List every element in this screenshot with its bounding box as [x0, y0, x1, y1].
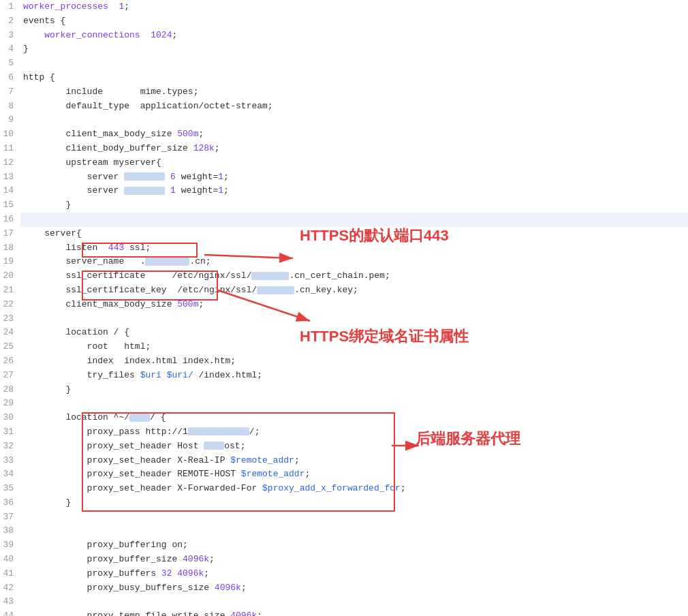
line-code-9	[20, 113, 688, 127]
code-container: 1worker_processes 1;2events {3 worker_co…	[0, 0, 688, 616]
line-code-41: proxy_buffers 32 4096k;	[20, 567, 688, 581]
line-code-19: server_name . .cn;	[20, 255, 688, 269]
line-num-29: 29	[0, 397, 20, 411]
line-num-6: 6	[0, 71, 20, 85]
line-code-42: proxy_busy_buffers_size 4096k;	[20, 581, 688, 596]
line-num-27: 27	[0, 369, 20, 383]
line-num-8: 8	[0, 99, 20, 114]
line-code-30: location ^~/ / {	[20, 411, 688, 425]
line-code-7: include mime.types;	[20, 85, 688, 99]
line-code-40: proxy_buffer_size 4096k;	[20, 553, 688, 567]
line-num-36: 36	[0, 496, 20, 510]
line-num-37: 37	[0, 510, 20, 525]
line-code-26: index index.html index.htm;	[20, 354, 688, 369]
line-num-11: 11	[0, 142, 20, 156]
line-code-28: }	[20, 383, 688, 397]
line-code-43	[20, 595, 688, 609]
line-code-23	[20, 312, 688, 326]
line-num-43: 43	[0, 595, 20, 609]
line-num-32: 32	[0, 440, 20, 454]
line-code-32: proxy_set_header Host ost;	[20, 440, 688, 454]
line-num-24: 24	[0, 326, 20, 340]
line-num-5: 5	[0, 57, 20, 71]
line-num-9: 9	[0, 113, 20, 127]
line-code-10: client_max_body_size 500m;	[20, 127, 688, 142]
line-num-16: 16	[0, 213, 20, 227]
line-num-35: 35	[0, 482, 20, 496]
line-num-38: 38	[0, 524, 20, 538]
line-num-44: 44	[0, 609, 20, 616]
line-num-23: 23	[0, 312, 20, 326]
line-code-44: proxy_temp_file_write_size 4096k;	[20, 609, 688, 616]
line-num-25: 25	[0, 340, 20, 354]
code-table: 1worker_processes 1;2events {3 worker_co…	[0, 0, 688, 616]
line-code-33: proxy_set_header X-Real-IP $remote_addr;	[20, 454, 688, 468]
line-num-1: 1	[0, 0, 20, 14]
line-num-34: 34	[0, 467, 20, 482]
line-num-31: 31	[0, 425, 20, 440]
line-num-28: 28	[0, 383, 20, 397]
line-code-29	[20, 397, 688, 411]
line-code-12: upstream myserver{	[20, 156, 688, 170]
line-num-22: 22	[0, 298, 20, 312]
line-num-7: 7	[0, 85, 20, 99]
line-num-13: 13	[0, 170, 20, 185]
line-num-12: 12	[0, 156, 20, 170]
line-code-2: events {	[20, 14, 688, 29]
line-num-39: 39	[0, 538, 20, 553]
line-code-31: proxy_pass http://1 /;	[20, 425, 688, 440]
line-num-18: 18	[0, 241, 20, 256]
annotation-https-cert: HTTPS绑定域名证书属性	[300, 324, 469, 348]
line-code-13: server 6 weight=1;	[20, 170, 688, 185]
line-code-27: try_files $uri $uri/ /index.html;	[20, 369, 688, 383]
line-code-35: proxy_set_header X-Forwarded-For $proxy_…	[20, 482, 688, 496]
line-code-39: proxy_buffering on;	[20, 538, 688, 553]
line-code-3: worker_connections 1024;	[20, 29, 688, 43]
line-code-6: http {	[20, 71, 688, 85]
line-num-4: 4	[0, 42, 20, 57]
line-num-3: 3	[0, 29, 20, 43]
line-code-15: }	[20, 198, 688, 213]
line-num-2: 2	[0, 14, 20, 29]
line-num-41: 41	[0, 567, 20, 581]
line-num-19: 19	[0, 255, 20, 269]
line-num-17: 17	[0, 227, 20, 241]
annotation-https-port: HTTPS的默认端口443	[300, 224, 449, 247]
line-code-21: ssl_certificate_key /etc/nginx/ssl/ .cn_…	[20, 283, 688, 298]
line-code-38	[20, 524, 688, 538]
line-num-26: 26	[0, 354, 20, 369]
line-num-30: 30	[0, 411, 20, 425]
line-num-20: 20	[0, 269, 20, 283]
line-code-5	[20, 57, 688, 71]
line-num-10: 10	[0, 127, 20, 142]
line-code-1: worker_processes 1;	[20, 0, 688, 14]
line-num-15: 15	[0, 198, 20, 213]
line-code-36: }	[20, 496, 688, 510]
annotation-proxy: 后端服务器代理	[416, 427, 520, 450]
line-code-34: proxy_set_header REMOTE-HOST $remote_add…	[20, 467, 688, 482]
line-code-37	[20, 510, 688, 525]
line-code-14: server 1 weight=1;	[20, 184, 688, 198]
line-num-14: 14	[0, 184, 20, 198]
line-num-40: 40	[0, 553, 20, 567]
line-code-8: default_type application/octet-stream;	[20, 99, 688, 114]
line-num-21: 21	[0, 283, 20, 298]
line-code-11: client_body_buffer_size 128k;	[20, 142, 688, 156]
line-code-20: ssl_certificate /etc/nginx/ssl/ .cn_cert…	[20, 269, 688, 283]
line-num-42: 42	[0, 581, 20, 596]
line-num-33: 33	[0, 454, 20, 468]
line-code-4: }	[20, 42, 688, 57]
line-code-22: client_max_body_size 500m;	[20, 298, 688, 312]
